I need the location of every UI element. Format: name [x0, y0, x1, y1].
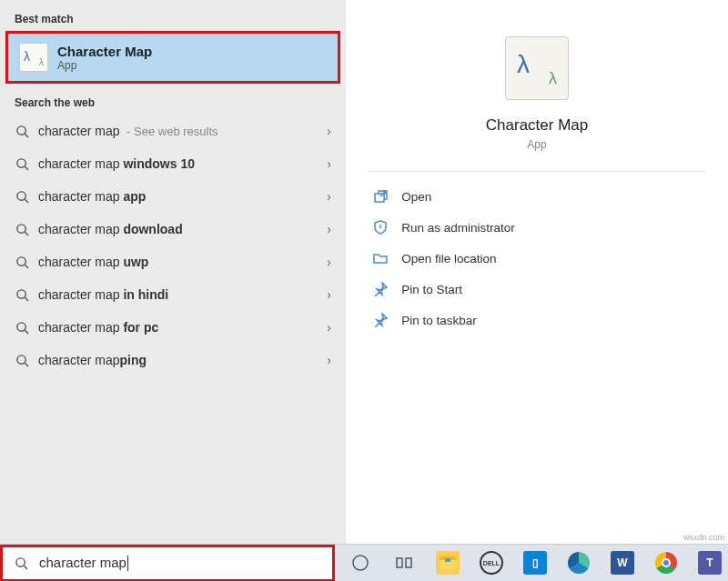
chrome-icon[interactable] — [648, 545, 684, 582]
best-match-text: Character Map App — [57, 44, 152, 72]
web-suggestion[interactable]: character map download› — [0, 213, 346, 245]
action-item[interactable]: Run as administrator — [369, 212, 705, 243]
web-suggestion[interactable]: character mapping› — [0, 344, 346, 376]
svg-point-17 — [15, 557, 24, 566]
search-icon — [14, 556, 28, 570]
search-web-header: Search the web — [0, 93, 346, 115]
svg-line-11 — [25, 297, 28, 301]
svg-point-0 — [16, 125, 25, 134]
svg-point-4 — [16, 191, 25, 199]
file-explorer-icon[interactable] — [430, 545, 466, 582]
svg-line-13 — [25, 330, 28, 334]
svg-point-14 — [16, 355, 25, 363]
svg-line-7 — [25, 232, 28, 235]
action-label: Pin to taskbar — [401, 314, 477, 327]
suggestion-label: character mapping — [38, 353, 147, 367]
suggestion-label: character map download — [38, 222, 183, 236]
chevron-right-icon: › — [327, 189, 331, 204]
word-icon[interactable]: W — [604, 545, 641, 582]
web-suggestion[interactable]: character map windows 10› — [0, 147, 346, 180]
chevron-right-icon: › — [327, 320, 331, 335]
admin-icon — [372, 219, 389, 235]
suggestion-label: character map in hindi — [38, 287, 168, 302]
dell-icon[interactable]: DELL — [473, 545, 510, 582]
svg-line-18 — [24, 566, 27, 569]
web-suggestion[interactable]: character map app› — [0, 180, 346, 213]
preview-pane: Character Map App OpenRun as administrat… — [346, 0, 728, 544]
teams-icon[interactable]: T — [692, 545, 728, 582]
chevron-right-icon: › — [327, 255, 331, 269]
taskbar-icons: DELL ▯ W T — [335, 545, 728, 582]
action-item[interactable]: Open — [369, 181, 705, 212]
chevron-right-icon: › — [327, 353, 331, 367]
svg-point-6 — [16, 224, 25, 232]
chevron-right-icon: › — [327, 287, 331, 302]
preview-title: Character Map — [486, 116, 588, 135]
svg-line-3 — [25, 166, 28, 170]
svg-rect-21 — [406, 558, 411, 567]
search-icon — [15, 222, 29, 236]
actions-list: OpenRun as administratorOpen file locati… — [369, 181, 705, 336]
svg-line-9 — [25, 265, 28, 268]
pin-icon — [372, 312, 389, 328]
chevron-right-icon: › — [327, 156, 331, 171]
svg-line-5 — [25, 199, 28, 203]
best-match-result[interactable]: Character Map App — [5, 31, 340, 84]
watermark: wsxdn.com — [683, 533, 724, 542]
suggestion-label: character map for pc — [38, 320, 158, 335]
action-label: Open — [401, 190, 431, 204]
search-icon — [15, 320, 29, 335]
taskbar-search-box[interactable]: character map — [0, 545, 335, 582]
search-icon — [15, 353, 29, 367]
preview-sub: App — [527, 138, 546, 151]
suggestion-label: character map uwp — [38, 255, 148, 269]
action-item[interactable]: Pin to Start — [369, 274, 705, 305]
svg-point-19 — [353, 556, 368, 570]
preview-app-icon — [505, 36, 569, 100]
taskbar: character map DELL ▯ W T — [0, 544, 728, 581]
svg-point-8 — [16, 256, 25, 265]
chevron-right-icon: › — [327, 222, 331, 236]
search-query-text: character map — [39, 555, 128, 572]
best-match-sub: App — [57, 59, 152, 72]
search-icon — [15, 124, 29, 138]
web-suggestions-list: character map - See web results›characte… — [0, 115, 346, 376]
web-suggestion[interactable]: character map for pc› — [0, 311, 346, 344]
svg-rect-24 — [445, 558, 450, 562]
svg-line-15 — [25, 363, 28, 366]
cortana-icon[interactable] — [342, 545, 379, 582]
svg-line-1 — [25, 134, 28, 137]
action-label: Pin to Start — [401, 283, 462, 296]
action-item[interactable]: Open file location — [369, 243, 705, 274]
task-view-icon[interactable] — [386, 545, 422, 582]
app-icon-blue[interactable]: ▯ — [517, 545, 553, 582]
svg-point-2 — [16, 158, 25, 166]
svg-point-10 — [16, 289, 25, 297]
pin-icon — [372, 281, 389, 297]
action-label: Open file location — [401, 252, 496, 265]
character-map-icon — [19, 43, 48, 72]
svg-point-12 — [16, 322, 25, 330]
action-item[interactable]: Pin to taskbar — [369, 305, 705, 336]
best-match-header: Best match — [0, 9, 346, 31]
edge-icon[interactable] — [561, 545, 597, 582]
best-match-title: Character Map — [57, 44, 152, 59]
search-icon — [15, 156, 29, 171]
suggestion-label: character map app — [38, 189, 146, 204]
suggestion-label: character map windows 10 — [38, 156, 195, 171]
action-label: Run as administrator — [401, 221, 515, 235]
open-icon — [372, 188, 389, 205]
folder-icon — [372, 250, 389, 266]
svg-rect-20 — [397, 558, 402, 567]
results-pane: Best match Character Map App Search the … — [0, 0, 346, 544]
web-suggestion[interactable]: character map uwp› — [0, 245, 346, 278]
search-icon — [15, 287, 29, 302]
web-suggestion[interactable]: character map - See web results› — [0, 115, 346, 147]
search-icon — [15, 189, 29, 204]
search-icon — [15, 255, 29, 269]
web-suggestion[interactable]: character map in hindi› — [0, 278, 346, 311]
divider — [369, 171, 705, 172]
suggestion-label: character map - See web results — [38, 124, 218, 138]
chevron-right-icon: › — [327, 124, 331, 138]
